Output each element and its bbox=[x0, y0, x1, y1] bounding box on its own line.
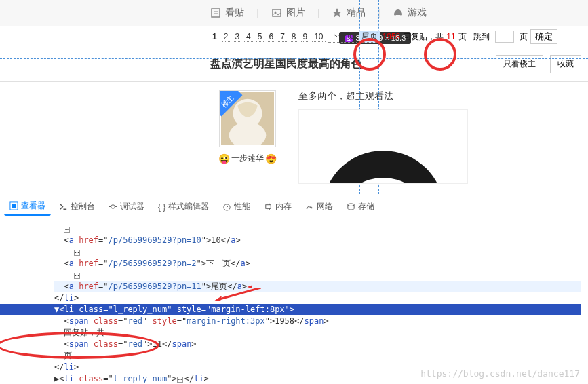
devtools-dom-tree[interactable]: ⋯ <a href="/p/5659969529?pn=10">10</a> ⋯… bbox=[0, 216, 588, 384]
images-icon bbox=[271, 7, 282, 18]
svg-point-22 bbox=[348, 204, 354, 206]
username[interactable]: 😜 一步莲华 😍 bbox=[210, 153, 285, 164]
tab-memory[interactable]: 内存 bbox=[258, 198, 297, 215]
games-icon bbox=[393, 7, 404, 18]
tab-debugger-label: 调试器 bbox=[120, 201, 144, 212]
tab-inspector-label: 查看器 bbox=[21, 200, 45, 212]
svg-line-23 bbox=[217, 288, 261, 300]
svg-rect-17 bbox=[266, 205, 271, 209]
nav-images-label: 图片 bbox=[286, 7, 305, 19]
devtools-panel: 查看器 控制台 调试器 { } 样式编辑器 性能 内存 网络 存储 bbox=[0, 197, 588, 384]
page-link[interactable]: 2 bbox=[222, 32, 231, 42]
code-line: ⋯ bbox=[54, 269, 581, 281]
code-line: ⋯ bbox=[54, 223, 581, 235]
code-line: ⋯ bbox=[54, 246, 581, 258]
network-icon bbox=[305, 202, 314, 211]
tab-performance[interactable]: 性能 bbox=[217, 198, 256, 215]
tab-network[interactable]: 网络 bbox=[300, 198, 338, 215]
storage-icon bbox=[347, 202, 355, 211]
star-icon bbox=[332, 7, 342, 18]
jump-confirm-button[interactable]: 确定 bbox=[530, 29, 557, 44]
tab-storage[interactable]: 存储 bbox=[341, 198, 380, 215]
svg-rect-3 bbox=[273, 9, 281, 16]
page-link[interactable]: 10 bbox=[312, 32, 325, 42]
code-line: <a href="/p/5659969529?pn=10">10</a> bbox=[54, 235, 581, 246]
tab-performance-label: 性能 bbox=[234, 201, 250, 212]
code-line-selected: ▼<li class="l_reply_num" style="margin-l… bbox=[0, 304, 581, 315]
code-line: <a href="/p/5659969529?pn=2">下一页</a> bbox=[54, 258, 581, 269]
page-link[interactable]: 9 bbox=[301, 32, 310, 42]
emoji-icon: 😜 bbox=[218, 153, 230, 164]
ruler-horizontal bbox=[0, 58, 588, 59]
tab-console[interactable]: 控制台 bbox=[54, 198, 100, 215]
jump-label: 跳到 bbox=[473, 31, 490, 43]
memory-icon bbox=[264, 202, 273, 211]
page-unit: 页 bbox=[520, 31, 528, 43]
tab-storage-label: 存储 bbox=[358, 201, 374, 212]
tab-style-label: 样式编辑器 bbox=[168, 201, 209, 212]
tab-style[interactable]: { } 样式编辑器 bbox=[153, 198, 214, 215]
page-total: 11 bbox=[446, 32, 455, 41]
code-line: </li> bbox=[54, 292, 581, 304]
svg-point-15 bbox=[224, 204, 230, 210]
inspector-icon bbox=[9, 201, 18, 210]
page-link[interactable]: 8 bbox=[290, 32, 298, 42]
page-link[interactable]: 4 bbox=[244, 32, 253, 42]
nav-games-label: 游戏 bbox=[408, 7, 427, 19]
tab-debugger[interactable]: 调试器 bbox=[103, 198, 150, 215]
tab-inspector[interactable]: 查看器 bbox=[4, 197, 51, 216]
nav-separator: | bbox=[317, 7, 320, 18]
jump-input[interactable] bbox=[495, 31, 514, 43]
performance-icon bbox=[222, 202, 231, 211]
post-header: 盘点演艺明星国民度最高的角色 只看楼主 收藏 bbox=[0, 47, 588, 82]
page-unit: 页 bbox=[458, 31, 467, 43]
nav-posts-label: 看贴 bbox=[225, 7, 244, 19]
emoji-icon: 😍 bbox=[265, 153, 277, 164]
page-link[interactable]: 6 bbox=[267, 32, 275, 42]
svg-rect-0 bbox=[212, 9, 220, 17]
nav-images[interactable]: 图片 bbox=[271, 7, 305, 19]
code-line: <span class="red" style="margin-right:3p… bbox=[54, 315, 581, 327]
post-content: 至多两个，超主观看法 bbox=[298, 90, 588, 102]
page-current[interactable]: 1 bbox=[210, 32, 219, 41]
nav-featured[interactable]: 精品 bbox=[332, 7, 366, 19]
tab-console-label: 控制台 bbox=[71, 201, 95, 212]
post-image[interactable] bbox=[298, 109, 468, 184]
page-link[interactable]: 3 bbox=[233, 32, 241, 42]
content-column: 至多两个，超主观看法 bbox=[285, 90, 588, 184]
post-body: 楼主 😜 一步莲华 😍 至多两个，超主观看法 bbox=[0, 82, 588, 184]
tab-memory-label: 内存 bbox=[275, 201, 292, 212]
avatar[interactable]: 楼主 bbox=[219, 90, 276, 147]
console-icon bbox=[59, 202, 68, 211]
post-title: 盘点演艺明星国民度最高的角色 bbox=[210, 57, 362, 71]
posts-icon bbox=[210, 7, 221, 18]
page-last[interactable]: 尾页 bbox=[359, 31, 380, 43]
debugger-icon bbox=[109, 202, 117, 211]
devtools-tabs: 查看器 控制台 调试器 { } 样式编辑器 性能 内存 网络 存储 bbox=[0, 197, 588, 216]
code-line: <span class="red">11</span> bbox=[54, 339, 581, 350]
nav-separator: | bbox=[256, 7, 259, 18]
reply-label: 回复贴，共 bbox=[403, 31, 444, 43]
style-icon: { } bbox=[158, 202, 165, 212]
page-next[interactable]: 下一页 bbox=[328, 31, 357, 43]
user-column: 楼主 😜 一步莲华 😍 bbox=[210, 90, 285, 184]
svg-point-10 bbox=[111, 205, 115, 209]
svg-rect-9 bbox=[12, 204, 16, 208]
tab-network-label: 网络 bbox=[317, 201, 333, 212]
svg-line-16 bbox=[227, 206, 229, 208]
watermark: https://blog.csdn.net/dance117 bbox=[420, 368, 580, 379]
page-link[interactable]: 5 bbox=[256, 32, 264, 42]
ruler-horizontal bbox=[0, 50, 588, 50]
username-text: 一步莲华 bbox=[231, 153, 264, 164]
page-link[interactable]: 7 bbox=[278, 32, 287, 42]
code-line: 回复贴，共 bbox=[54, 327, 581, 339]
reply-count: 1958 bbox=[383, 32, 401, 41]
nav-games[interactable]: 游戏 bbox=[393, 7, 427, 19]
code-line: 页 bbox=[54, 350, 581, 362]
pager: 1 2 3 4 5 6 7 8 9 10 下一页 尾页 1958回复贴，共11页… bbox=[0, 26, 588, 47]
code-line: <a href="/p/5659969529?pn=11">尾页</a>◄ bbox=[54, 281, 581, 292]
svg-marker-24 bbox=[214, 296, 222, 301]
nav-featured-label: 精品 bbox=[347, 7, 366, 19]
nav-posts[interactable]: 看贴 bbox=[210, 7, 244, 19]
annotation-arrow bbox=[214, 288, 261, 301]
